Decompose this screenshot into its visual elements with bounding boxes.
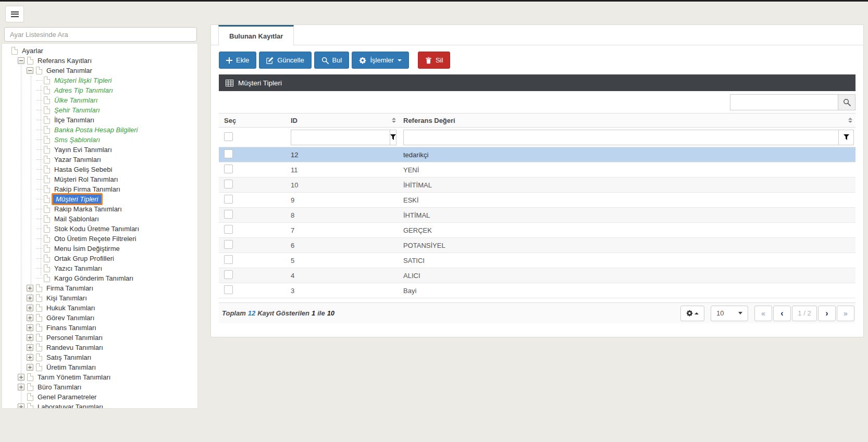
expand-icon[interactable]	[18, 384, 24, 390]
expand-icon[interactable]	[27, 334, 33, 341]
row-checkbox[interactable]	[224, 210, 233, 219]
tree-item-yazici-tanimlari[interactable]: Yazıcı Tanımları	[2, 263, 197, 273]
last-page-button[interactable]: »	[837, 306, 854, 321]
tree-item-uretim-tanimlari[interactable]: Üretim Tanımları	[2, 362, 197, 372]
expand-icon[interactable]	[27, 305, 33, 311]
table-row[interactable]: 12tedarikçi	[219, 147, 855, 162]
tree-item-hasta-gelis-sebebi[interactable]: Hasta Geliş Sebebi	[2, 165, 197, 174]
grid-search-input[interactable]	[730, 94, 838, 110]
filter-cell-sec	[219, 132, 284, 143]
table-row[interactable]: 6POTANSİYEL	[219, 238, 855, 253]
add-button[interactable]: Ekle	[219, 52, 256, 69]
tree-item-genel-parametreler[interactable]: Genel Parametreler	[2, 392, 197, 402]
delete-button[interactable]: Sil	[418, 52, 450, 69]
tree-item-musteri-iliski-tipleri[interactable]: Müşteri İlişki Tipleri	[2, 75, 197, 85]
tree-item-yazar-tanimlari[interactable]: Yazar Tanımları	[2, 155, 197, 165]
tree-item-stok-kodu-uretme-tanimlari[interactable]: Stok Kodu Üretme Tanımları	[2, 224, 197, 234]
sort-icon[interactable]	[392, 118, 396, 123]
tree-item-sms-sablonlari[interactable]: Sms Şablonları	[2, 135, 197, 145]
tree-item-randevu-tanimlari[interactable]: Randevu Tanımları	[2, 343, 197, 352]
row-checkbox[interactable]	[224, 240, 233, 249]
tree-item-tarim-yonetim-tanimlari[interactable]: Tarım Yönetim Tanımları	[2, 372, 197, 382]
tree-item-gorev-tanimlari[interactable]: Görev Tanımları	[2, 313, 197, 323]
tree-item-musteri-rol-tanimlari[interactable]: Müşteri Rol Tanımları	[2, 174, 197, 184]
expand-icon[interactable]	[27, 344, 33, 351]
settings-search-input[interactable]	[4, 27, 197, 42]
row-checkbox[interactable]	[224, 149, 233, 158]
page-size-select[interactable]: 10	[711, 306, 748, 321]
edit-icon	[266, 57, 274, 64]
document-icon	[44, 146, 50, 154]
grid-settings-button[interactable]	[680, 306, 704, 321]
tree-item-referans-kayitlari[interactable]: Referans Kayıtları	[2, 56, 197, 66]
row-checkbox[interactable]	[224, 165, 233, 173]
first-page-button[interactable]: «	[754, 306, 772, 321]
document-icon	[44, 195, 50, 203]
next-page-button[interactable]: ›	[818, 306, 836, 321]
row-checkbox[interactable]	[224, 225, 233, 234]
expand-icon[interactable]	[18, 403, 24, 409]
find-button[interactable]: Bul	[314, 52, 350, 69]
tree-item-hukuk-tanimlari[interactable]: Hukuk Tanımları	[2, 303, 197, 313]
row-checkbox[interactable]	[224, 285, 233, 294]
expand-icon[interactable]	[27, 314, 33, 321]
tree-item-finans-tanimlari[interactable]: Finans Tanımları	[2, 323, 197, 333]
table-row[interactable]: 10İHİTİMAL	[219, 178, 855, 193]
tree-item-laboratuvar-tanimlari[interactable]: Laboratuvar Tanımları	[2, 402, 197, 409]
id-filter-button[interactable]	[390, 130, 396, 145]
row-checkbox[interactable]	[224, 270, 233, 279]
tree-item-menu-isim-degistirme[interactable]: Menu İsim Değiştirme	[2, 244, 197, 254]
tree-item-musteri-tipleri-selected[interactable]: Müşteri Tipleri	[2, 194, 197, 204]
previous-page-button[interactable]: ‹	[773, 306, 791, 321]
tree-item-ayarlar[interactable]: Ayarlar	[2, 46, 197, 56]
tree-item-personel-tanimlari[interactable]: Personel Tanımları	[2, 333, 197, 343]
tree-item-banka-posta-hesap-bilgileri[interactable]: Banka Posta Hesap Bilgileri	[2, 125, 197, 135]
table-row[interactable]: 11YENİ	[219, 162, 855, 178]
id-filter-input[interactable]	[291, 130, 390, 145]
table-row[interactable]: 3Bayi	[219, 283, 855, 298]
select-all-checkbox[interactable]	[224, 132, 233, 141]
sort-icon[interactable]	[848, 118, 852, 123]
update-button[interactable]: Güncelle	[259, 52, 311, 69]
expand-icon[interactable]	[27, 285, 33, 292]
tree-item-sehir-tanimlari[interactable]: Şehir Tanımları	[2, 105, 197, 115]
tree-item-adres-tip-tanimlari[interactable]: Adres Tip Tanımları	[2, 85, 197, 95]
grid-search-button[interactable]	[838, 94, 855, 110]
table-row[interactable]: 4ALICI	[219, 268, 855, 283]
tree-item-kisi-tanimlari[interactable]: Kişi Tanımları	[2, 293, 197, 303]
row-checkbox[interactable]	[224, 195, 233, 204]
referans-filter-input[interactable]	[403, 130, 838, 145]
operations-button[interactable]: İşlemler	[352, 52, 409, 69]
row-checkbox[interactable]	[224, 180, 233, 188]
tree-item-rakip-marka-tanimlari[interactable]: Rakip Marka Tanımları	[2, 204, 197, 214]
expand-icon[interactable]	[27, 354, 33, 361]
top-divider	[0, 0, 868, 2]
expand-icon[interactable]	[27, 295, 33, 301]
expand-icon[interactable]	[18, 374, 24, 381]
tree-item-firma-tanimlari[interactable]: Firma Tanımları	[2, 283, 197, 293]
tree-item-oto-uretim-recete-filtreleri[interactable]: Oto Üretim Reçete Filtreleri	[2, 234, 197, 244]
table-row[interactable]: 9ESKİ	[219, 193, 855, 208]
expand-icon[interactable]	[27, 364, 33, 371]
table-row[interactable]: 8İHTİMAL	[219, 208, 855, 223]
collapse-icon[interactable]	[18, 57, 24, 64]
tree-item-ulke-tanimlari[interactable]: Ülke Tanımları	[2, 95, 197, 105]
tree-item-satis-tanimlari[interactable]: Satış Tanımları	[2, 352, 197, 362]
collapse-icon[interactable]	[27, 67, 33, 74]
column-header-referans-degeri[interactable]: Referans Değeri	[399, 117, 855, 124]
tree-item-kargo-gonderim-tanimlari[interactable]: Kargo Gönderim Tanımları	[2, 273, 197, 283]
tree-item-ortak-grup-profilleri[interactable]: Ortak Grup Profilleri	[2, 254, 197, 263]
tree-item-ilce-tanimlari[interactable]: İlçe Tanımları	[2, 115, 197, 125]
column-header-id[interactable]: ID	[284, 117, 399, 124]
tree-item-mail-sablonlari[interactable]: Mail Şablonları	[2, 214, 197, 224]
row-checkbox[interactable]	[224, 255, 233, 264]
tab-bulunan-kayitlar[interactable]: Bulunan Kayıtlar	[218, 25, 294, 45]
tree-item-genel-tanimlar[interactable]: Genel Tanımlar	[2, 66, 197, 75]
tree-item-yayin-evi-tanimlari[interactable]: Yayın Evi Tanımları	[2, 145, 197, 155]
tree-item-buro-tanimlari[interactable]: Büro Tanımları	[2, 382, 197, 392]
table-row[interactable]: 7GERÇEK	[219, 223, 855, 238]
sidebar-toggle-button[interactable]	[5, 6, 24, 22]
referans-filter-button[interactable]	[838, 130, 854, 145]
table-row[interactable]: 5SATICI	[219, 253, 855, 268]
expand-icon[interactable]	[27, 324, 33, 331]
